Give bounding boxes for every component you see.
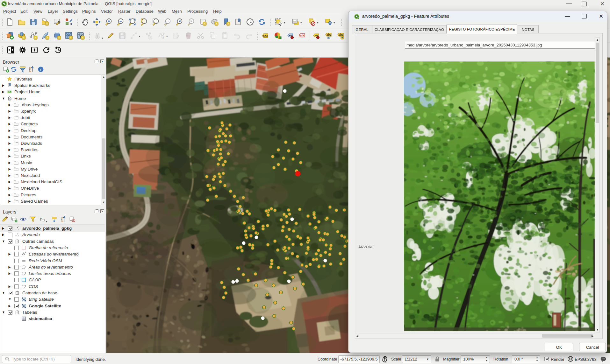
svg-text:abc: abc [263,34,268,38]
svg-text:a: a [70,22,72,26]
svg-text:1:1: 1:1 [166,20,169,23]
svg-text:*: * [47,37,48,40]
svg-text:abc: abc [339,33,343,36]
svg-text:*: * [204,23,205,26]
svg-text:*: * [23,37,25,40]
svg-text:*: * [35,37,36,40]
svg-text:abc: abc [327,33,331,36]
svg-text:*: * [228,23,229,26]
svg-text:*: * [47,23,48,26]
svg-text:*: * [150,36,151,39]
svg-text:ε: ε [40,216,42,221]
svg-text:abc: abc [300,34,305,37]
svg-text:*: * [82,37,83,40]
svg-text:*: * [70,37,72,40]
svg-text:*: * [59,37,60,40]
svg-text:*: * [216,23,217,26]
